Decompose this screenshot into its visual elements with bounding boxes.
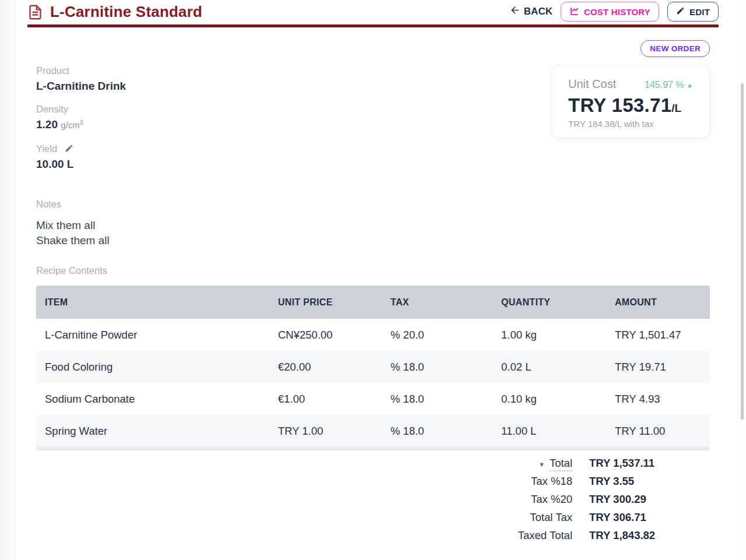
column-header-item: ITEM — [36, 297, 269, 308]
arrow-left-icon — [509, 5, 520, 19]
cell-amount: TRY 4.93 — [606, 393, 710, 406]
triangle-up-icon: ▲ — [687, 82, 693, 89]
cell-quantity: 0.10 kg — [492, 393, 606, 406]
density-number: 1.20 — [36, 118, 58, 131]
chart-line-icon — [569, 6, 579, 17]
notes-label: Notes — [36, 199, 61, 210]
cell-amount: TRY 1,501.47 — [606, 329, 710, 341]
tax20-row: Tax %20 TRY 300.29 — [36, 490, 710, 508]
scrollbar-thumb[interactable] — [741, 83, 744, 420]
yield-value: 10.00 L — [36, 158, 73, 171]
total-expand-label[interactable]: Total — [550, 457, 572, 471]
density-unit-exponent: 3 — [80, 119, 83, 126]
unit-cost-card: Unit Cost 145.97 % ▲ TRY 153.71/L TRY 18… — [551, 65, 710, 138]
edit-button[interactable]: EDIT — [667, 2, 719, 22]
column-header-tax: TAX — [382, 297, 492, 308]
product-label: Product — [36, 65, 69, 76]
total-label-wrap: ▼Total — [438, 457, 572, 470]
edit-button-label: EDIT — [689, 7, 710, 17]
page-header: L-Carnitine Standard — [27, 3, 202, 21]
yield-label: Yield — [36, 143, 73, 154]
tax18-label: Tax %18 — [438, 475, 572, 488]
new-order-button[interactable]: NEW ORDER — [641, 40, 710, 57]
cost-history-button[interactable]: COST HISTORY — [561, 2, 659, 22]
notes-text: Mix them all Shake them all — [36, 218, 110, 248]
totals-summary: ▼Total TRY 1,537.11 Tax %18 TRY 3.55 Tax… — [36, 454, 710, 544]
yield-label-text: Yield — [36, 143, 57, 154]
cost-history-button-label: COST HISTORY — [584, 7, 650, 17]
cell-quantity: 1.00 kg — [492, 329, 606, 341]
cell-unit-price: €20.00 — [269, 361, 382, 374]
tax18-value: TRY 3.55 — [589, 475, 710, 488]
taxed-total-value: TRY 1,843.82 — [589, 529, 710, 542]
table-bottom-border — [36, 447, 710, 450]
notes-line: Shake them all — [36, 233, 110, 248]
cell-item: Spring Water — [36, 425, 269, 438]
tax20-label: Tax %20 — [438, 493, 572, 506]
document-icon — [27, 3, 43, 21]
column-header-amount: AMOUNT — [606, 297, 710, 308]
pencil-icon — [676, 6, 685, 17]
total-row: ▼Total TRY 1,537.11 — [36, 454, 710, 472]
table-row[interactable]: L-Carnitine Powder CN¥250.00 % 20.0 1.00… — [36, 319, 710, 351]
column-header-unit-price: UNIT PRICE — [269, 297, 382, 308]
unit-cost-with-tax: TRY 184.38/L with tax — [568, 119, 693, 129]
density-value: 1.20 g/cm3 — [36, 118, 83, 131]
taxed-total-label: Taxed Total — [438, 529, 572, 542]
back-button[interactable]: BACK — [509, 5, 553, 19]
unit-cost-label: Unit Cost — [568, 78, 616, 91]
cell-item: L-Carnitine Powder — [36, 329, 269, 341]
table-row[interactable]: Food Coloring €20.00 % 18.0 0.02 L TRY 1… — [36, 351, 710, 383]
cost-change-percent: 145.97 % — [645, 80, 684, 90]
table-header-row: ITEM UNIT PRICE TAX QUANTITY AMOUNT — [36, 286, 710, 319]
recipe-contents-table: ITEM UNIT PRICE TAX QUANTITY AMOUNT L-Ca… — [36, 286, 710, 450]
tax18-row: Tax %18 TRY 3.55 — [36, 472, 710, 490]
recipe-contents-label: Recipe Contents — [36, 265, 107, 276]
unit-cost-value: TRY 153.71 — [568, 94, 671, 116]
cell-tax: % 20.0 — [382, 329, 492, 341]
column-header-quantity: QUANTITY — [492, 297, 606, 308]
back-button-label: BACK — [524, 6, 553, 17]
cell-tax: % 18.0 — [382, 425, 492, 438]
table-row[interactable]: Sodium Carbonate €1.00 % 18.0 0.10 kg TR… — [36, 383, 710, 415]
tax20-value: TRY 300.29 — [589, 493, 710, 506]
cell-item: Sodium Carbonate — [36, 393, 269, 406]
total-tax-value: TRY 306.71 — [589, 511, 710, 524]
scrollbar-track[interactable] — [739, 0, 746, 560]
header-actions: BACK COST HISTORY EDIT — [509, 2, 719, 22]
cell-tax: % 18.0 — [382, 393, 492, 406]
cell-tax: % 18.0 — [382, 361, 492, 374]
table-row[interactable]: Spring Water TRY 1.00 % 18.0 11.00 L TRY… — [36, 415, 710, 447]
density-unit: g/cm — [61, 120, 80, 130]
total-tax-label: Total Tax — [438, 511, 572, 524]
cost-change-badge: 145.97 % ▲ — [645, 80, 693, 90]
cell-unit-price: TRY 1.00 — [269, 425, 382, 438]
taxed-total-row: Taxed Total TRY 1,843.82 — [36, 526, 710, 544]
cell-quantity: 0.02 L — [492, 361, 606, 374]
header-divider — [27, 24, 719, 27]
cell-amount: TRY 11.00 — [606, 425, 710, 438]
left-edge-strip — [0, 0, 16, 560]
density-label: Density — [36, 104, 68, 115]
cell-quantity: 11.00 L — [492, 425, 606, 438]
cell-item: Food Coloring — [36, 361, 269, 374]
total-value: TRY 1,537.11 — [589, 457, 710, 470]
cell-amount: TRY 19.71 — [606, 361, 710, 374]
cell-unit-price: €1.00 — [269, 393, 382, 406]
total-tax-row: Total Tax TRY 306.71 — [36, 508, 710, 526]
page-title: L-Carnitine Standard — [50, 3, 202, 21]
product-value: L-Carnitine Drink — [36, 80, 126, 93]
cell-unit-price: CN¥250.00 — [269, 329, 382, 341]
edit-yield-pencil-icon[interactable] — [65, 144, 73, 155]
unit-cost-per-unit: /L — [671, 102, 681, 114]
notes-line: Mix them all — [36, 218, 110, 233]
caret-down-icon[interactable]: ▼ — [539, 461, 545, 468]
